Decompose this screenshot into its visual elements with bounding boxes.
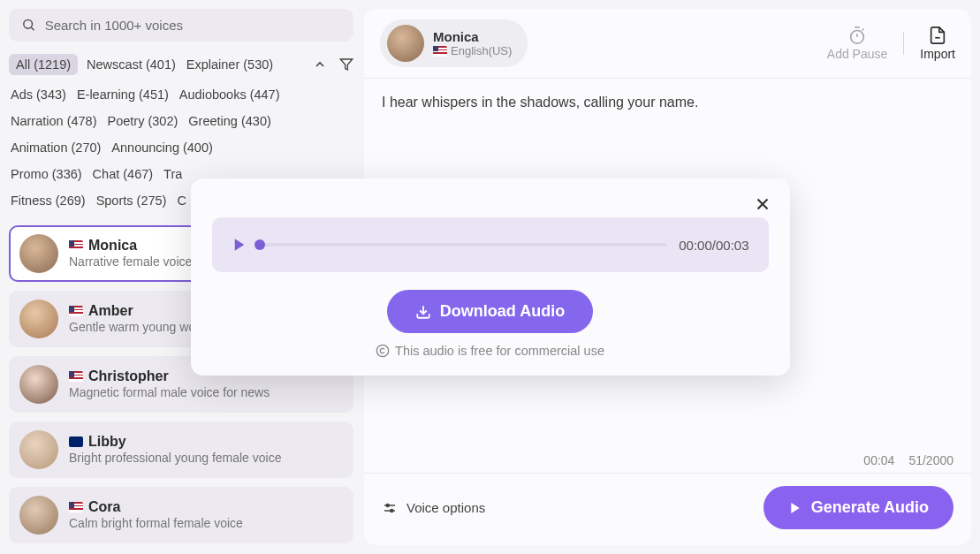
- license-text: This audio is free for commercial use: [212, 344, 769, 358]
- audio-player: 00:00/00:03: [212, 217, 769, 272]
- download-icon: [415, 304, 431, 320]
- download-modal-overlay: 00:00/00:03 Download Audio This audio is…: [0, 0, 980, 554]
- svg-point-17: [376, 345, 388, 356]
- audio-scrubber[interactable]: [260, 243, 667, 247]
- download-modal: 00:00/00:03 Download Audio This audio is…: [191, 178, 790, 376]
- svg-marker-15: [234, 239, 244, 251]
- close-icon[interactable]: [753, 194, 772, 214]
- time-display: 00:00/00:03: [679, 238, 748, 253]
- copyright-icon: [376, 344, 390, 358]
- scrubber-thumb[interactable]: [254, 239, 265, 250]
- download-audio-button[interactable]: Download Audio: [387, 290, 593, 333]
- play-icon[interactable]: [232, 237, 247, 253]
